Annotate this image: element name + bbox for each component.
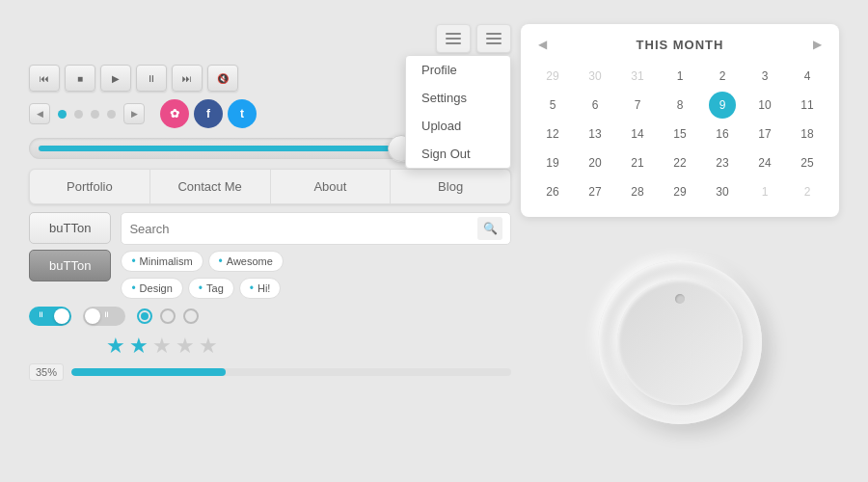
cal-day[interactable]: 29 xyxy=(539,63,566,90)
toggle-thumb-1 xyxy=(54,308,69,324)
tab-blog[interactable]: Blog xyxy=(391,170,510,203)
menu-button-2[interactable] xyxy=(476,24,511,53)
mute-button[interactable]: 🔇 xyxy=(207,65,238,92)
cal-day[interactable]: 11 xyxy=(794,92,821,119)
cal-day[interactable]: 4 xyxy=(794,63,821,90)
star-4[interactable]: ★ xyxy=(176,334,195,359)
tag-tag[interactable]: Tag xyxy=(188,278,234,299)
tags-row-1: Minimalism Awesome xyxy=(121,251,511,272)
dribbble-icon[interactable]: ✿ xyxy=(160,99,189,128)
star-5[interactable]: ★ xyxy=(199,334,218,359)
cal-day[interactable]: 29 xyxy=(666,178,693,205)
hamburger-icon-2 xyxy=(486,33,502,44)
cal-day[interactable]: 19 xyxy=(539,149,566,176)
knob-container xyxy=(521,227,839,458)
nav-arrow-left[interactable]: ◀ xyxy=(29,103,50,124)
cal-day[interactable]: 1 xyxy=(666,63,693,90)
cal-day[interactable]: 21 xyxy=(624,149,651,176)
cal-day[interactable]: 15 xyxy=(666,120,693,147)
dropdown-item-upload[interactable]: Upload xyxy=(406,112,510,140)
dot-3[interactable] xyxy=(91,110,99,119)
calendar: ◀ THIS MONTH ▶ 29 30 31 1 2 3 4 5 6 7 8 … xyxy=(521,24,839,217)
dropdown-item-profile[interactable]: Profile xyxy=(406,56,510,84)
light-button[interactable]: buTTon xyxy=(29,212,111,244)
tag-hi[interactable]: Hi! xyxy=(239,278,282,299)
cal-day[interactable]: 18 xyxy=(794,120,821,147)
cal-day[interactable]: 25 xyxy=(794,149,821,176)
percent-track[interactable] xyxy=(71,368,511,376)
tag-minimalism[interactable]: Minimalism xyxy=(121,251,203,272)
cal-day[interactable]: 2 xyxy=(794,178,821,205)
cal-day[interactable]: 30 xyxy=(709,178,736,205)
knob-dot xyxy=(675,294,685,304)
star-1[interactable]: ★ xyxy=(106,334,125,359)
cal-day[interactable]: 28 xyxy=(624,178,651,205)
star-3[interactable]: ★ xyxy=(152,334,172,359)
dropdown-menu: Profile Settings Upload Sign Out xyxy=(405,55,511,169)
radio-btn-2[interactable] xyxy=(160,308,176,324)
knob-inner[interactable] xyxy=(617,280,743,405)
rewind-button[interactable]: ⏮ xyxy=(29,65,60,92)
search-input[interactable] xyxy=(129,222,477,236)
cal-day[interactable]: 12 xyxy=(539,120,566,147)
dot-1[interactable] xyxy=(58,110,67,119)
cal-day[interactable]: 17 xyxy=(751,120,778,147)
calendar-next-button[interactable]: ▶ xyxy=(807,36,827,53)
percent-slider-row: 35% xyxy=(29,363,511,381)
play-button[interactable]: ▶ xyxy=(100,65,131,92)
tab-portfolio[interactable]: Portfolio xyxy=(30,170,150,203)
twitter-icon[interactable]: t xyxy=(228,99,257,128)
radio-group xyxy=(137,308,199,324)
cal-day[interactable]: 7 xyxy=(624,92,651,119)
calendar-prev-button[interactable]: ◀ xyxy=(532,36,553,53)
tab-about[interactable]: About xyxy=(271,170,392,203)
stop-button[interactable]: ■ xyxy=(65,65,95,92)
radio-btn-1[interactable] xyxy=(137,308,152,324)
cal-day[interactable]: 1 xyxy=(751,178,778,205)
pause-button[interactable]: ⏸ xyxy=(136,65,167,92)
fastforward-button[interactable]: ⏭ xyxy=(172,65,203,92)
cal-day[interactable]: 10 xyxy=(751,92,778,119)
menu-button-2-container: Profile Settings Upload Sign Out xyxy=(476,24,511,53)
cal-day[interactable]: 3 xyxy=(751,63,778,90)
dropdown-item-signout[interactable]: Sign Out xyxy=(406,140,510,168)
cal-day[interactable]: 14 xyxy=(624,120,651,147)
toggle-2[interactable]: ⏸ xyxy=(83,307,125,326)
knob-outer[interactable] xyxy=(598,260,762,424)
cal-day[interactable]: 13 xyxy=(582,120,609,147)
cal-day[interactable]: 2 xyxy=(709,63,736,90)
cal-day[interactable]: 5 xyxy=(539,92,566,119)
cal-day[interactable]: 31 xyxy=(624,63,651,90)
cal-day[interactable]: 20 xyxy=(582,149,609,176)
top-menu-row: Profile Settings Upload Sign Out xyxy=(29,24,511,53)
calendar-grid: 29 30 31 1 2 3 4 5 6 7 8 9 10 11 12 13 1… xyxy=(532,63,827,205)
cal-day[interactable]: 16 xyxy=(709,120,736,147)
star-2[interactable]: ★ xyxy=(129,334,149,359)
toggle-1[interactable]: ⏸ xyxy=(29,307,71,326)
search-tags-area: 🔍 Minimalism Awesome Design Tag Hi! xyxy=(121,212,511,299)
cal-day[interactable]: 6 xyxy=(582,92,609,119)
cal-day[interactable]: 26 xyxy=(539,178,566,205)
cal-day-active[interactable]: 9 xyxy=(709,92,736,119)
dot-2[interactable] xyxy=(74,110,83,119)
dot-4[interactable] xyxy=(107,110,116,119)
nav-arrow-right[interactable]: ▶ xyxy=(123,103,145,124)
facebook-icon[interactable]: f xyxy=(194,99,223,128)
search-box: 🔍 xyxy=(121,212,511,245)
cal-day[interactable]: 8 xyxy=(666,92,693,119)
tag-design[interactable]: Design xyxy=(121,278,182,299)
radio-btn-3[interactable] xyxy=(183,308,199,324)
cal-day[interactable]: 23 xyxy=(709,149,736,176)
tab-contact[interactable]: Contact Me xyxy=(150,170,271,203)
menu-button-1[interactable] xyxy=(436,24,471,53)
stars-progress-area: ★ ★ ★ ★ ★ 35% xyxy=(29,334,511,381)
toggle-pause-icon: ⏸ xyxy=(37,310,44,319)
cal-day[interactable]: 27 xyxy=(582,178,609,205)
cal-day[interactable]: 24 xyxy=(751,149,778,176)
dropdown-item-settings[interactable]: Settings xyxy=(406,84,510,112)
search-icon-button[interactable]: 🔍 xyxy=(477,217,502,240)
cal-day[interactable]: 30 xyxy=(582,63,609,90)
tag-awesome[interactable]: Awesome xyxy=(208,251,284,272)
cal-day[interactable]: 22 xyxy=(666,149,693,176)
dark-button[interactable]: buTTon xyxy=(29,250,111,281)
